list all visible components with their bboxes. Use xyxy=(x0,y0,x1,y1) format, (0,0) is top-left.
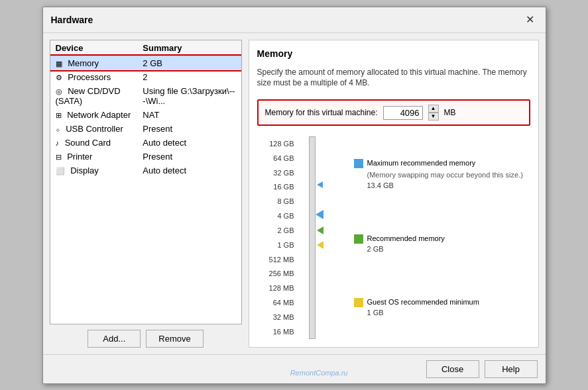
add-button[interactable]: Add... xyxy=(88,330,141,348)
col-summary: Summary xyxy=(137,40,241,56)
net-icon: ⊞ xyxy=(56,111,62,119)
device-summary: Using file G:\Загрузки\---\Wi... xyxy=(137,84,241,108)
yellow-marker xyxy=(317,241,323,249)
blue-marker xyxy=(316,210,323,219)
green-marker xyxy=(317,226,323,234)
memory-label: 128 GB xyxy=(269,136,296,151)
panel-description: Specify the amount of memory allocated t… xyxy=(257,67,530,89)
spinner-up[interactable]: ▲ xyxy=(428,105,439,113)
hardware-dialog: Hardware ✕ Device Summary ▦ Memory xyxy=(42,7,546,384)
device-summary: 2 GB xyxy=(137,56,241,70)
legend-green-value: 2 GB xyxy=(354,245,530,253)
title-close-button[interactable]: ✕ xyxy=(523,13,538,27)
memory-slider-area: 128 GB64 GB32 GB16 GB8 GB4 GB2 GB1 GB512… xyxy=(257,136,530,338)
panel-title: Memory xyxy=(257,48,530,59)
memory-value-input[interactable] xyxy=(383,106,423,120)
memory-label: 8 GB xyxy=(277,194,296,209)
legend-yellow-value: 1 GB xyxy=(354,309,530,317)
memory-labels: 128 GB64 GB32 GB16 GB8 GB4 GB2 GB1 GB512… xyxy=(257,136,297,338)
main-content: Device Summary ▦ Memory 2 GB ⚙ Processor… xyxy=(43,33,546,354)
device-name: USB Controller xyxy=(66,124,123,134)
memory-spinner: ▲ ▼ xyxy=(428,105,439,121)
legend-yellow-label: Guest OS recommended minimum xyxy=(367,297,479,307)
proc-icon: ⚙ xyxy=(56,73,62,81)
memory-label: 16 MB xyxy=(273,324,297,339)
legend-blue-label: Maximum recommended memory xyxy=(367,158,476,168)
left-buttons: Add... Remove xyxy=(50,330,242,348)
cd-icon: ◎ xyxy=(56,87,62,95)
table-row[interactable]: ◎ New CD/DVD (SATA) Using file G:\Загруз… xyxy=(50,84,241,108)
table-row[interactable]: ▦ Memory 2 GB xyxy=(50,56,241,70)
display-icon: ⬜ xyxy=(56,167,65,175)
table-row[interactable]: ⬦ USB Controller Present xyxy=(50,122,241,136)
sound-icon: ♪ xyxy=(56,139,60,147)
print-icon: ⊟ xyxy=(56,153,62,161)
legend-yellow-square xyxy=(354,298,363,307)
watermark: RemontCompa.ru xyxy=(290,369,348,377)
memory-label: 64 MB xyxy=(273,295,297,310)
memory-input-label: Memory for this virtual machine: xyxy=(265,108,378,117)
slider-track-container xyxy=(302,136,335,338)
memory-label: 512 MB xyxy=(269,252,297,267)
device-summary: Auto detect xyxy=(137,136,241,150)
table-row[interactable]: ⬜ Display Auto detect xyxy=(50,164,241,177)
memory-unit: MB xyxy=(444,108,456,117)
table-row[interactable]: ♪ Sound Card Auto detect xyxy=(50,136,241,150)
blue-marker-small xyxy=(317,181,323,188)
device-summary: NAT xyxy=(137,108,241,122)
memory-input-row: Memory for this virtual machine: ▲ ▼ MB xyxy=(257,99,530,126)
table-row[interactable]: ⊟ Printer Present xyxy=(50,150,241,164)
dialog-title: Hardware xyxy=(51,15,93,25)
device-name: Sound Card xyxy=(65,138,111,148)
legend-green-square xyxy=(354,234,363,244)
title-bar: Hardware ✕ xyxy=(43,7,546,33)
device-name: Processors xyxy=(68,72,111,82)
device-summary: 2 xyxy=(137,70,241,84)
legend-blue-square xyxy=(354,159,363,168)
memory-label: 32 GB xyxy=(273,166,296,180)
legend-blue-value: 13.4 GB xyxy=(354,181,530,189)
memory-label: 2 GB xyxy=(277,223,296,238)
bottom-bar: RemontCompa.ru Close Help xyxy=(43,354,546,383)
table-row[interactable]: ⊞ Network Adapter NAT xyxy=(50,108,241,122)
memory-label: 256 MB xyxy=(269,266,297,281)
legend-green: Recommended memory 2 GB xyxy=(354,234,530,253)
device-name: Network Adapter xyxy=(67,110,131,120)
legend-yellow: Guest OS recommended minimum 1 GB xyxy=(354,297,530,317)
device-table: Device Summary ▦ Memory 2 GB ⚙ Processor… xyxy=(50,40,242,324)
memory-label: 4 GB xyxy=(277,209,296,223)
close-button[interactable]: Close xyxy=(426,360,479,378)
memory-icon: ▦ xyxy=(56,60,62,68)
remove-button[interactable]: Remove xyxy=(146,330,203,348)
right-panel: Memory Specify the amount of memory allo… xyxy=(249,40,539,348)
legend-blue: Maximum recommended memory (Memory swapp… xyxy=(354,158,530,189)
left-panel: Device Summary ▦ Memory 2 GB ⚙ Processor… xyxy=(50,40,242,348)
device-summary: Auto detect xyxy=(137,164,241,177)
device-name: Printer xyxy=(67,152,92,162)
device-name: Display xyxy=(70,166,99,175)
usb-icon: ⬦ xyxy=(56,125,60,133)
col-device: Device xyxy=(50,40,138,56)
legend-area: Maximum recommended memory (Memory swapp… xyxy=(341,136,530,338)
memory-label: 1 GB xyxy=(277,238,296,252)
memory-label: 16 GB xyxy=(273,180,296,195)
device-name: New CD/DVD (SATA) xyxy=(56,86,121,106)
legend-blue-sub: (Memory swapping may occur beyond this s… xyxy=(354,170,530,180)
table-row[interactable]: ⚙ Processors 2 xyxy=(50,70,241,84)
memory-label: 128 MB xyxy=(269,281,297,295)
slider-track xyxy=(309,136,316,338)
help-button[interactable]: Help xyxy=(485,360,538,378)
device-summary: Present xyxy=(137,122,241,136)
memory-label: 32 MB xyxy=(273,310,297,324)
legend-green-label: Recommended memory xyxy=(367,234,445,244)
spinner-down[interactable]: ▼ xyxy=(428,113,439,121)
memory-label: 64 GB xyxy=(273,151,296,166)
device-name: Memory xyxy=(68,58,99,68)
device-summary: Present xyxy=(137,150,241,164)
